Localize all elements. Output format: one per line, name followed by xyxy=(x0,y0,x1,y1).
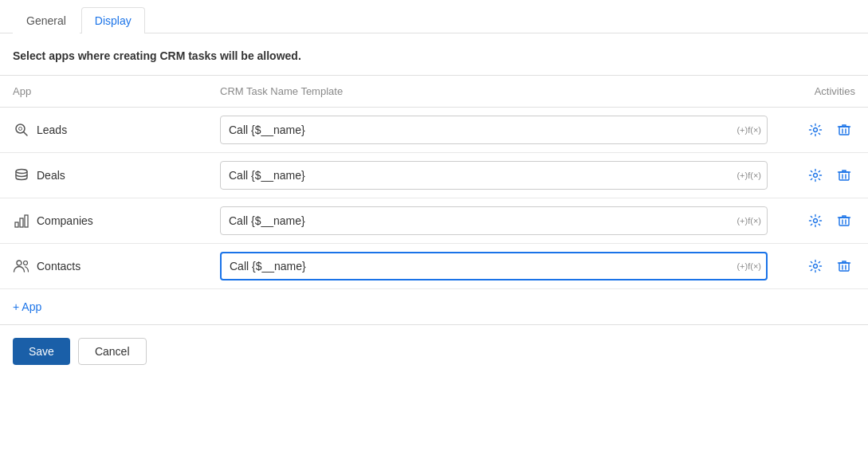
app-cell-leads: Leads xyxy=(13,121,220,139)
template-input-contacts[interactable] xyxy=(220,252,768,280)
table-header: App CRM Task Name Template Activities xyxy=(0,76,868,108)
table-row: Leads (+)f(×) xyxy=(0,108,868,153)
template-cell-deals: (+)f(×) xyxy=(220,161,768,190)
svg-rect-12 xyxy=(15,222,18,227)
template-cell-leads: (+)f(×) xyxy=(220,116,768,144)
template-input-companies[interactable] xyxy=(220,206,768,235)
svg-rect-13 xyxy=(20,218,23,227)
delete-button-companies[interactable] xyxy=(833,210,855,232)
delete-button-leads[interactable] xyxy=(833,119,855,141)
footer: Save Cancel xyxy=(0,325,868,378)
svg-line-1 xyxy=(24,132,28,136)
svg-point-19 xyxy=(17,261,22,265)
svg-point-15 xyxy=(814,219,818,223)
settings-button-companies[interactable] xyxy=(804,210,827,232)
add-app-link[interactable]: + App xyxy=(13,300,41,313)
template-input-leads[interactable] xyxy=(220,116,768,144)
tab-display[interactable]: Display xyxy=(81,7,145,33)
contacts-people-icon xyxy=(13,257,30,275)
template-cell-companies: (+)f(×) xyxy=(220,206,768,235)
svg-point-3 xyxy=(814,128,818,132)
svg-point-8 xyxy=(814,174,818,178)
app-name-contacts: Contacts xyxy=(37,260,81,273)
table-row: Companies (+)f(×) xyxy=(0,198,868,244)
app-cell-contacts: Contacts xyxy=(13,257,220,275)
tabs-bar: General Display xyxy=(0,0,868,33)
svg-point-7 xyxy=(16,170,27,174)
search-magnify-icon xyxy=(13,121,30,139)
svg-point-2 xyxy=(19,127,22,131)
table-row: Contacts (+)f(×) xyxy=(0,244,868,289)
svg-rect-16 xyxy=(839,218,849,226)
delete-button-deals[interactable] xyxy=(833,164,855,186)
table-row: Deals (+)f(×) xyxy=(0,153,868,198)
template-input-deals[interactable] xyxy=(220,161,768,190)
delete-button-contacts[interactable] xyxy=(833,255,855,277)
svg-rect-14 xyxy=(25,215,28,227)
app-cell-deals: Deals xyxy=(13,167,220,184)
svg-point-20 xyxy=(24,261,28,265)
col-activities: Activities xyxy=(768,85,855,97)
settings-button-deals[interactable] xyxy=(804,164,827,186)
bar-chart-icon xyxy=(13,212,30,229)
svg-rect-22 xyxy=(839,263,849,271)
settings-button-leads[interactable] xyxy=(804,119,827,141)
svg-rect-4 xyxy=(839,127,849,135)
actions-cell-companies xyxy=(768,210,855,232)
actions-cell-contacts xyxy=(768,255,855,277)
add-app-section: + App xyxy=(0,289,868,325)
app-cell-companies: Companies xyxy=(13,212,220,229)
app-name-leads: Leads xyxy=(37,124,67,136)
template-cell-contacts: (+)f(×) xyxy=(220,252,768,280)
settings-button-contacts[interactable] xyxy=(804,255,827,277)
save-button[interactable]: Save xyxy=(13,338,70,365)
svg-point-21 xyxy=(814,265,818,269)
cancel-button[interactable]: Cancel xyxy=(78,338,147,365)
svg-rect-9 xyxy=(839,172,849,180)
tab-general[interactable]: General xyxy=(13,7,80,33)
deals-stack-icon xyxy=(13,167,30,184)
col-app: App xyxy=(13,85,220,97)
app-name-deals: Deals xyxy=(37,169,65,182)
page-description: Select apps where creating CRM tasks wil… xyxy=(0,33,868,76)
col-template: CRM Task Name Template xyxy=(220,85,768,97)
actions-cell-deals xyxy=(768,164,855,186)
app-name-companies: Companies xyxy=(37,214,93,227)
actions-cell-leads xyxy=(768,119,855,141)
